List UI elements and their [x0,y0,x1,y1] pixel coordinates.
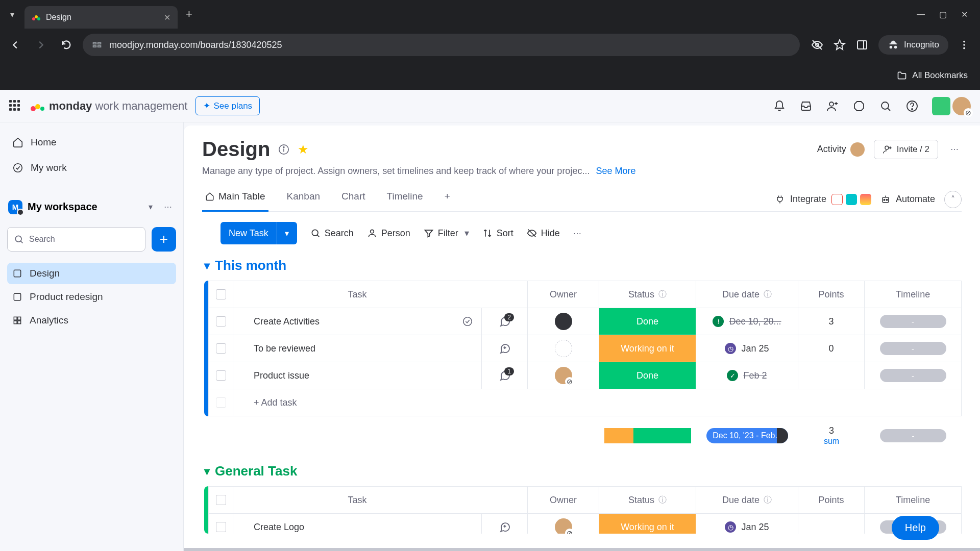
points-cell[interactable] [798,514,864,534]
owner-cell[interactable] [527,335,599,362]
info-icon[interactable]: ⓘ [764,495,772,506]
close-tab-icon[interactable]: ✕ [164,13,170,22]
col-owner[interactable]: Owner [527,281,599,308]
new-tab-button[interactable]: + [186,8,192,21]
info-icon[interactable]: ⓘ [764,289,772,300]
reload-button[interactable] [57,36,76,54]
sidebar-board-analytics[interactable]: Analytics [7,310,176,331]
timeline-cell[interactable]: - [864,362,961,389]
select-all-checkbox[interactable] [216,495,226,505]
select-all-checkbox[interactable] [216,289,226,299]
inbox-icon[interactable] [799,99,813,113]
incognito-chip[interactable]: Incognito [878,35,948,55]
tab-main-table[interactable]: Main Table [202,187,268,212]
forward-button[interactable] [32,36,50,54]
eye-off-icon[interactable] [811,39,823,51]
due-cell[interactable]: !Dec 10, 20... [696,308,798,335]
see-more-link[interactable]: See More [596,166,635,177]
chevron-down-icon[interactable]: ▾ [145,199,156,215]
search-tool[interactable]: Search [310,228,354,239]
hide-tool[interactable]: Hide [527,228,560,239]
activity-button[interactable]: Activity [817,142,865,157]
filter-tool[interactable]: Filter▾ [424,228,469,239]
points-cell[interactable]: 3 [798,308,864,335]
col-points[interactable]: Points [798,281,864,308]
sidebar-board-design[interactable]: Design [7,263,176,284]
back-button[interactable] [6,36,24,54]
see-plans-button[interactable]: ✦ See plans [195,96,260,115]
chevron-down-icon[interactable]: ▾ [277,222,297,244]
apps-grid-icon[interactable] [9,100,21,112]
owner-cell[interactable] [527,362,599,389]
workspace-more-icon[interactable]: ⋯ [161,199,175,215]
task-name[interactable]: Product issue [233,362,481,389]
col-task[interactable]: Task [233,487,481,513]
due-cell[interactable]: ◷Jan 25 [696,335,798,362]
toolbar-more-icon[interactable]: ⋯ [573,229,581,238]
timeline-cell[interactable]: - [864,335,961,362]
row-checkbox[interactable] [216,397,226,408]
workspace-selector[interactable]: M My workspace ▾ ⋯ [7,196,176,218]
task-name[interactable]: Create Logo [233,514,481,534]
site-settings-icon[interactable] [92,40,102,50]
tab-timeline[interactable]: Timeline [384,187,426,212]
add-button[interactable]: + [152,227,176,252]
board-title[interactable]: Design [202,138,270,161]
points-cell[interactable] [798,362,864,389]
info-icon[interactable]: ⓘ [658,289,667,300]
status-cell[interactable]: Done [599,308,696,335]
help-button[interactable]: Help [892,516,939,540]
tab-kanban[interactable]: Kanban [284,187,324,212]
col-timeline[interactable]: Timeline [864,487,961,513]
chevron-down-icon[interactable]: ▾ [464,228,469,239]
collapse-header-button[interactable]: ˄ [944,191,962,208]
tab-dropdown[interactable]: ▾ [4,6,20,22]
owner-cell[interactable] [527,308,599,335]
col-status[interactable]: Statusⓘ [599,281,696,308]
sidebar-search-input[interactable]: Search [7,227,145,252]
info-icon[interactable]: ⓘ [658,495,667,506]
table-row[interactable]: To be reviewed Working on it ◷Jan 25 0 - [208,335,962,362]
panel-icon[interactable] [856,39,868,51]
automate-button[interactable]: Automate [880,194,935,205]
timeline-summary[interactable]: - [865,421,962,450]
row-checkbox[interactable] [216,370,226,381]
close-window-icon[interactable]: ✕ [961,10,968,19]
info-icon[interactable] [278,144,289,155]
apps-icon[interactable] [852,99,866,113]
col-timeline[interactable]: Timeline [864,281,961,308]
bookmarks-folder-icon[interactable] [897,70,907,81]
star-icon[interactable] [834,39,846,51]
sidebar-board-product-redesign[interactable]: Product redesign [7,286,176,308]
col-status[interactable]: Statusⓘ [599,487,696,513]
conversation-button[interactable]: 1 [481,362,527,389]
col-due[interactable]: Due dateⓘ [696,281,798,308]
person-tool[interactable]: Person [367,228,410,239]
search-icon[interactable] [879,99,892,113]
add-tab-button[interactable]: + [442,187,453,212]
status-summary[interactable] [599,421,696,450]
chevron-down-icon[interactable]: ▾ [204,259,210,272]
minimize-icon[interactable]: — [917,10,925,19]
col-task[interactable]: Task [233,281,481,308]
invite-icon[interactable] [826,99,839,113]
sort-tool[interactable]: Sort [482,228,513,239]
row-checkbox[interactable] [216,522,226,532]
invite-button[interactable]: Invite / 2 [874,140,938,159]
group-header-general-task[interactable]: ▾ General Task [204,463,962,479]
tab-chart[interactable]: Chart [338,187,368,212]
owner-cell[interactable] [527,514,599,534]
date-range-summary[interactable]: Dec 10, '23 - Feb... [696,421,798,450]
table-row[interactable]: Create Logo Working on it ◷Jan 25 - [208,513,962,534]
integrate-button[interactable]: Integrate [775,194,871,205]
col-due[interactable]: Due dateⓘ [696,487,798,513]
expand-icon[interactable] [462,316,473,327]
row-checkbox[interactable] [216,316,226,327]
maximize-icon[interactable]: ▢ [939,10,947,19]
star-icon[interactable]: ★ [298,142,309,157]
notifications-icon[interactable] [773,99,786,113]
all-bookmarks-link[interactable]: All Bookmarks [912,70,968,81]
new-task-button[interactable]: New Task ▾ [220,222,297,244]
points-cell[interactable]: 0 [798,335,864,362]
table-row[interactable]: Product issue 1 Done ✓Feb 2 - [208,362,962,389]
